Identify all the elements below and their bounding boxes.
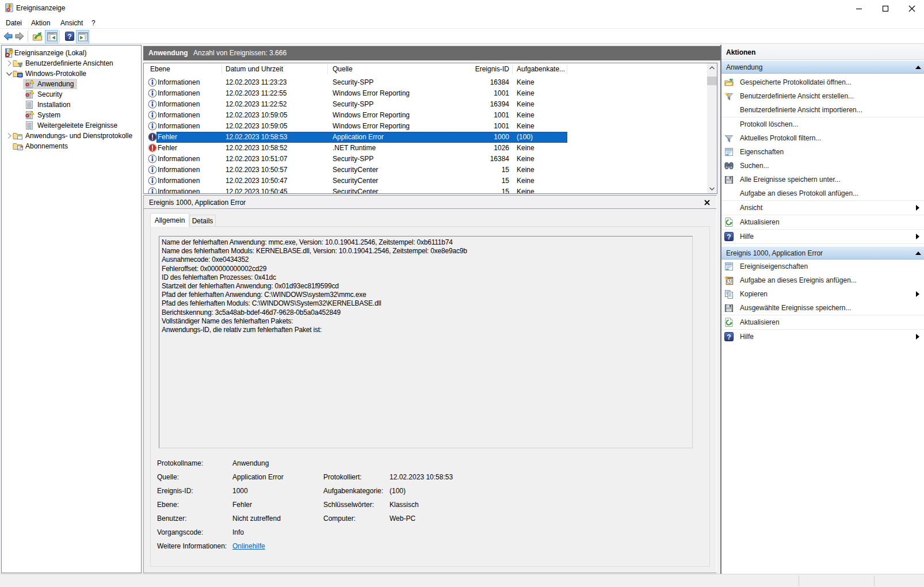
svg-text:?: ? [727, 233, 731, 241]
svg-text:?: ? [67, 33, 71, 41]
svg-text:?: ? [727, 333, 731, 341]
